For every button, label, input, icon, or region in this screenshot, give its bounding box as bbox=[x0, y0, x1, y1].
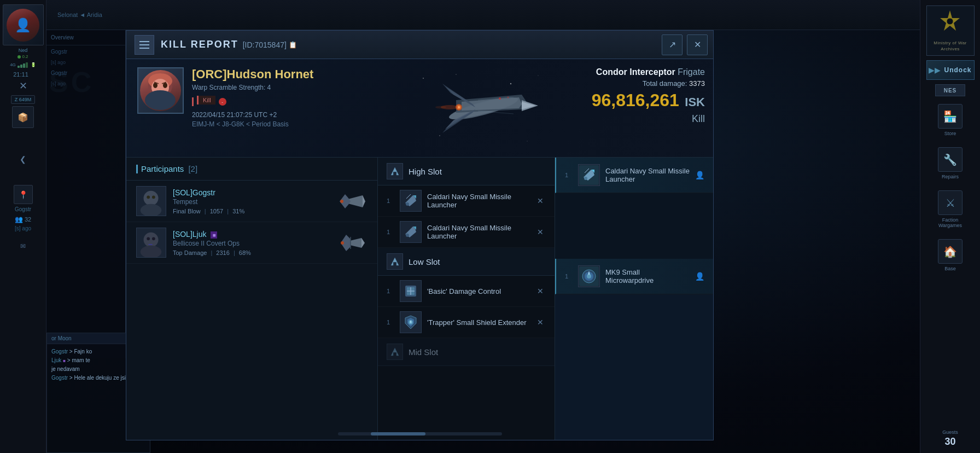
ship-image-area bbox=[407, 65, 560, 152]
low-slot-symbol bbox=[389, 256, 400, 267]
collapse-panel-btn[interactable]: ❮ bbox=[15, 151, 31, 167]
selected-high-icon bbox=[578, 164, 600, 186]
high-slot-header: High Slot bbox=[378, 158, 555, 185]
nes-label: NES bbox=[944, 88, 957, 94]
low-slot-item-1[interactable]: 1 'Basic' Damage Control ✕ bbox=[378, 276, 555, 307]
item1-icon bbox=[400, 190, 422, 212]
participants-count: [2] bbox=[188, 164, 197, 173]
svg-point-54 bbox=[584, 177, 587, 180]
item4-count: 1 bbox=[387, 319, 394, 326]
selected-low-count: 1 bbox=[565, 273, 573, 280]
ljuk-name: [SOL]Ljuk ■ bbox=[173, 230, 328, 239]
ministry-emblem bbox=[938, 9, 962, 34]
faction-label: Faction Wargames bbox=[932, 217, 969, 228]
faction-btn[interactable]: ⚔ Faction Wargames bbox=[929, 187, 972, 231]
selected-high-item[interactable]: 1 Caldari Navy Small Missile Launcher 👤 bbox=[555, 158, 713, 193]
svg-point-12 bbox=[538, 75, 538, 76]
high-slot-item-2[interactable]: 1 Caldari Navy Small Missile Launcher ✕ bbox=[378, 217, 555, 248]
missile-launcher-icon-1 bbox=[401, 191, 421, 211]
svg-point-41 bbox=[406, 202, 409, 206]
people-count: 32 bbox=[25, 216, 31, 223]
high-slot-icon bbox=[387, 163, 403, 179]
msg-3: je nedavam bbox=[51, 366, 80, 372]
undock-btn[interactable]: ▶▶ Undock bbox=[926, 60, 975, 80]
store-label: Store bbox=[944, 131, 956, 136]
damage-value: 3373 bbox=[689, 79, 705, 88]
copy-id-btn[interactable]: 📋 bbox=[289, 41, 297, 49]
svg-point-29 bbox=[147, 195, 150, 199]
ljuk-percent: 68% bbox=[239, 249, 251, 256]
kill-badge: Kill bbox=[197, 96, 215, 104]
next-slot-icon bbox=[387, 344, 403, 360]
avatar-svg bbox=[140, 70, 181, 111]
low-slot-item-2[interactable]: 1 'Trapper' Small Shield Extender ✕ bbox=[378, 307, 555, 338]
signal-area: 4G 🔋 bbox=[10, 62, 36, 68]
svg-point-10 bbox=[456, 74, 457, 75]
gogstr-stats: Final Blow | 1057 | 31% bbox=[173, 208, 328, 214]
close-btn[interactable]: ✕ bbox=[687, 34, 708, 55]
damage-label: Total damage: bbox=[643, 79, 687, 88]
item2-remove[interactable]: ✕ bbox=[535, 225, 546, 239]
chat-channel: or Moon bbox=[51, 335, 72, 341]
sep4: | bbox=[234, 249, 235, 256]
isk-unit: ISK bbox=[685, 95, 705, 109]
ship-type-label: Frigate bbox=[678, 67, 705, 77]
scrollbar-thumb[interactable] bbox=[371, 432, 425, 435]
ministry-logo bbox=[938, 9, 962, 38]
selected-missile-icon bbox=[579, 165, 599, 185]
signal-bar-3 bbox=[23, 63, 25, 68]
hamburger-line-3 bbox=[139, 48, 149, 49]
selected-high-person-icon: 👤 bbox=[695, 171, 704, 179]
nes-badge[interactable]: NES bbox=[935, 84, 965, 96]
item3-name: 'Basic' Damage Control bbox=[427, 287, 529, 295]
status-indicator bbox=[18, 55, 21, 59]
ljuk-badge: ■ bbox=[211, 231, 217, 239]
selected-low-icon bbox=[578, 265, 600, 287]
chat-icon[interactable]: ✉ bbox=[20, 242, 26, 250]
status-bar: 0.2 bbox=[18, 54, 28, 59]
selected-low-item[interactable]: 1 MK9 Small Microwarpdrive 👤 bbox=[555, 259, 713, 294]
repairs-btn[interactable]: 🔧 Repairs bbox=[929, 144, 972, 183]
svg-point-27 bbox=[144, 191, 159, 206]
item4-remove[interactable]: ✕ bbox=[535, 316, 546, 329]
signal-bar-1 bbox=[18, 66, 20, 68]
panel-actions: ↗ ✕ bbox=[662, 34, 708, 55]
guests-label: Guests bbox=[942, 429, 958, 435]
menu-btn[interactable] bbox=[135, 35, 154, 55]
gogstr-ship-icon bbox=[335, 189, 368, 213]
time-display: 21:11 bbox=[13, 71, 28, 78]
participant-ljuk[interactable]: [SOL]Ljuk ■ Bellicose II Covert Ops Top … bbox=[126, 222, 377, 264]
export-btn[interactable]: ↗ bbox=[662, 34, 682, 55]
svg-point-44 bbox=[406, 234, 409, 237]
store-btn[interactable]: 🏪 Store bbox=[929, 101, 972, 140]
panel-id: [ID:7015847] bbox=[243, 40, 287, 49]
participants-label: Participants bbox=[141, 164, 184, 173]
ljuk-portrait bbox=[137, 228, 166, 258]
gogstr-ship: Tempest bbox=[173, 198, 328, 206]
item3-remove[interactable]: ✕ bbox=[535, 284, 546, 298]
store-icon: 🏪 bbox=[938, 104, 962, 129]
msg-2: > mam te bbox=[67, 357, 90, 363]
participant-gogstr[interactable]: [SOL]Gogstr Tempest Final Blow | 1057 | … bbox=[126, 181, 377, 222]
isk-display-large: 96,816,261 ISK bbox=[574, 91, 705, 110]
item1-name: Caldari Navy Small Missile Launcher bbox=[427, 193, 529, 209]
inventory-btn[interactable]: 📦 bbox=[12, 106, 34, 128]
ship-stats: Condor Interceptor Frigate Total damage:… bbox=[574, 67, 705, 125]
high-slot-label: High Slot bbox=[409, 167, 442, 176]
participants-panel: Participants [2] [SOL]Gogstr bbox=[126, 158, 378, 440]
damage-line: Total damage: 3373 bbox=[574, 79, 705, 88]
item1-count: 1 bbox=[387, 198, 394, 204]
overview-timesub-2: [s] ago bbox=[46, 79, 125, 88]
high-slot-item-1[interactable]: 1 Caldari Navy Small Missile Launcher ✕ bbox=[378, 185, 555, 217]
svg-point-59 bbox=[587, 274, 591, 278]
base-icon: 🏠 bbox=[938, 239, 962, 264]
player-avatar[interactable]: 👤 bbox=[3, 4, 44, 45]
item2-name: Caldari Navy Small Missile Launcher bbox=[427, 224, 529, 240]
horizontal-scrollbar[interactable] bbox=[338, 432, 502, 435]
base-btn[interactable]: 🏠 Base bbox=[929, 236, 972, 275]
location-btn[interactable]: 📍 bbox=[14, 185, 33, 204]
tempest-icon bbox=[335, 190, 367, 213]
close-sidebar-btn[interactable]: ✕ bbox=[15, 78, 31, 94]
kill-report-panel: KILL REPORT [ID:7015847] 📋 ↗ ✕ bbox=[126, 30, 714, 440]
item1-remove[interactable]: ✕ bbox=[535, 194, 546, 207]
